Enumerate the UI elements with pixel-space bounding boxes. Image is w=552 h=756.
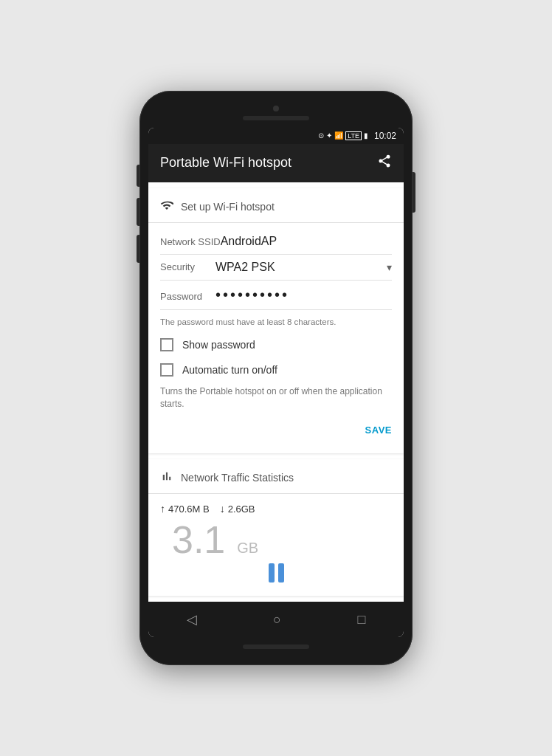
phone-device: ⊙ ✦ 📶 LTE ▮ 10:02 Portable Wi-Fi hotspot <box>139 91 413 666</box>
download-arrow-icon: ↓ <box>220 503 225 515</box>
ssid-value[interactable]: AndroidAP <box>221 235 392 248</box>
share-button[interactable] <box>377 154 392 172</box>
front-camera <box>273 106 279 111</box>
show-password-checkbox-box[interactable] <box>160 338 173 351</box>
save-row: SAVE <box>160 416 392 447</box>
traffic-stats: ↑ 470.6M B ↓ 2.6GB <box>148 494 404 518</box>
home-button[interactable]: ○ <box>261 609 293 630</box>
pause-bar-right <box>278 563 284 583</box>
password-value[interactable]: •••••••••• <box>215 286 289 303</box>
upload-arrow-icon: ↑ <box>160 503 165 515</box>
app-bar-title: Portable Wi-Fi hotspot <box>160 155 291 171</box>
big-stat-unit: GB <box>237 540 258 557</box>
signal-icon: 📶 <box>334 131 343 140</box>
card-header-title: Set up Wi-Fi hotspot <box>181 201 275 213</box>
auto-turn-checkbox-box[interactable] <box>160 363 173 377</box>
recent-button[interactable]: □ <box>345 609 377 630</box>
chart-icon <box>160 470 173 486</box>
traffic-card: Network Traffic Statistics ↑ 470.6M B ↓ … <box>148 459 404 596</box>
power-button <box>413 172 415 213</box>
bluetooth-icon: ✦ <box>326 131 332 140</box>
security-label: Security <box>160 261 215 272</box>
volume-down-button <box>137 235 139 263</box>
phone-top <box>148 104 404 128</box>
auto-turn-checkbox[interactable]: Automatic turn on/off <box>160 357 392 382</box>
auto-turn-label: Automatic turn on/off <box>182 364 277 376</box>
back-button[interactable]: ◁ <box>175 608 209 630</box>
volume-up-button <box>137 198 139 226</box>
battery-icon: ▮ <box>364 131 368 140</box>
security-row: Security WPA2 PSK ▾ <box>160 255 392 281</box>
ssid-label: Network SSID <box>160 236 221 247</box>
phone-screen: ⊙ ✦ 📶 LTE ▮ 10:02 Portable Wi-Fi hotspot <box>148 128 404 638</box>
upload-stat: ↑ 470.6M B <box>160 503 210 515</box>
upload-value: 470.6M B <box>168 504 210 515</box>
password-hint: The password must have at least 8 charac… <box>160 310 392 332</box>
security-value[interactable]: WPA2 PSK <box>215 261 384 274</box>
show-password-checkbox[interactable]: Show password <box>160 332 392 357</box>
traffic-header-title: Network Traffic Statistics <box>181 472 294 484</box>
download-stat: ↓ 2.6GB <box>220 503 255 515</box>
chevron-down-icon[interactable]: ▾ <box>387 261 392 273</box>
phone-bottom <box>148 637 404 652</box>
location-icon: ⊙ <box>318 131 324 140</box>
speaker-top <box>243 116 309 120</box>
pause-icon[interactable] <box>269 563 284 583</box>
download-value: 2.6GB <box>228 504 255 515</box>
ssid-row: Network SSID AndroidAP <box>160 229 392 255</box>
lte-badge: LTE <box>345 131 362 140</box>
traffic-header: Network Traffic Statistics <box>148 459 404 494</box>
speaker-bottom <box>243 645 309 649</box>
hotspot-card: Set up Wi-Fi hotspot Network SSID Androi… <box>148 188 404 454</box>
silent-button <box>137 165 139 187</box>
show-password-label: Show password <box>182 339 255 351</box>
status-time: 10:02 <box>374 131 396 141</box>
app-bar: Portable Wi-Fi hotspot <box>148 144 404 182</box>
auto-turn-description: Turns the Portable hotspot on or off whe… <box>160 382 392 416</box>
big-stat-number: 3.1 <box>160 518 237 559</box>
traffic-row: ↑ 470.6M B ↓ 2.6GB <box>160 503 392 515</box>
pause-overlay <box>148 559 404 590</box>
form-section: Network SSID AndroidAP Security WPA2 PSK… <box>148 223 404 454</box>
password-row: Password •••••••••• <box>160 281 392 310</box>
wifi-icon <box>160 199 173 215</box>
status-bar: ⊙ ✦ 📶 LTE ▮ 10:02 <box>148 128 404 144</box>
card-header: Set up Wi-Fi hotspot <box>148 188 404 223</box>
big-number-row: 3.1 GB <box>148 518 404 559</box>
status-icons: ⊙ ✦ 📶 LTE ▮ <box>318 131 368 140</box>
pause-bar-left <box>269 563 275 583</box>
save-button[interactable]: SAVE <box>365 422 392 439</box>
nav-bar: ◁ ○ □ <box>148 602 404 637</box>
password-label: Password <box>160 291 215 302</box>
